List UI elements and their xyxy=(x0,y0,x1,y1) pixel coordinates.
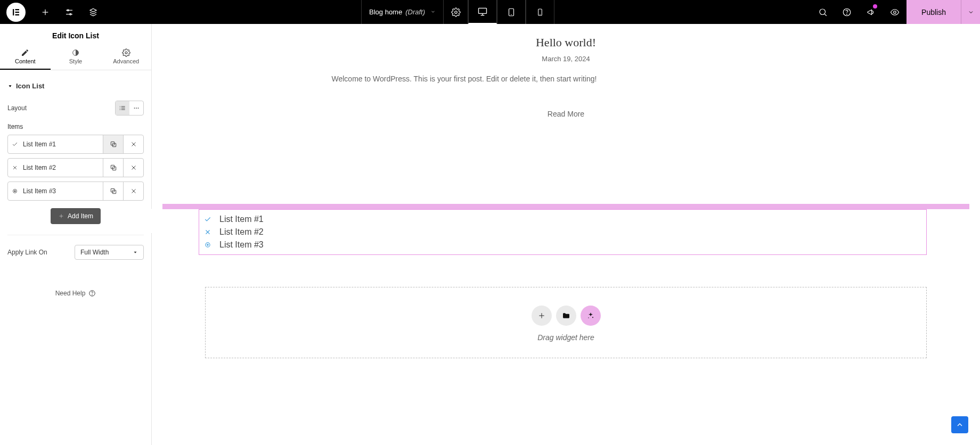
finder-search-button[interactable] xyxy=(811,0,835,24)
gear-icon xyxy=(101,48,151,57)
publish-options-dropdown[interactable] xyxy=(961,0,980,24)
svg-point-21 xyxy=(846,14,847,14)
dot-circle-icon xyxy=(8,188,22,194)
list-icon xyxy=(119,104,126,112)
tab-content[interactable]: Content xyxy=(0,45,51,70)
icon-list-widget[interactable]: List Item #1 List Item #2 List Item #3 xyxy=(199,209,927,255)
svg-point-33 xyxy=(136,108,137,109)
list-item-row[interactable]: List Item #3 xyxy=(7,182,144,201)
svg-rect-3 xyxy=(15,14,20,15)
layout-option-inline[interactable] xyxy=(129,101,143,115)
tab-advanced[interactable]: Advanced xyxy=(101,45,151,70)
structure-button[interactable] xyxy=(81,7,105,17)
svg-point-63 xyxy=(588,317,589,318)
section-header-label: Icon List xyxy=(16,82,44,90)
post-date: March 19, 2024 xyxy=(332,55,801,63)
preview-button[interactable] xyxy=(883,0,907,24)
add-section-button[interactable] xyxy=(532,306,552,326)
icon-list-item[interactable]: List Item #2 xyxy=(203,226,922,238)
post-title[interactable]: Hello world! xyxy=(332,36,801,50)
tablet-view[interactable] xyxy=(497,0,526,24)
desktop-view[interactable] xyxy=(468,0,497,24)
document-state: (Draft) xyxy=(405,8,425,16)
section-handle[interactable] xyxy=(162,204,969,209)
whats-new-button[interactable] xyxy=(859,0,883,24)
list-item-row[interactable]: List Item #1 xyxy=(7,135,144,154)
layout-toggle xyxy=(115,101,144,116)
svg-point-10 xyxy=(454,11,457,13)
add-item-button[interactable]: Add Item xyxy=(51,208,101,224)
document-title-dropdown[interactable]: Blog home (Draft) xyxy=(361,0,444,24)
list-item-label: List Item #3 xyxy=(22,187,103,195)
folder-icon xyxy=(562,311,570,320)
need-help-link[interactable]: Need Help xyxy=(7,290,144,297)
plus-icon xyxy=(58,213,64,219)
layout-label: Layout xyxy=(7,104,27,112)
chevron-down-icon xyxy=(430,8,436,16)
svg-marker-25 xyxy=(9,85,12,87)
publish-label: Publish xyxy=(921,8,946,17)
post-preview: Hello world! March 19, 2024 Welcome to W… xyxy=(332,36,801,119)
editor-canvas[interactable]: Hello world! March 19, 2024 Welcome to W… xyxy=(152,24,980,445)
remove-item-button[interactable] xyxy=(123,159,143,177)
sparkle-icon xyxy=(586,311,595,320)
ai-button[interactable] xyxy=(581,306,601,326)
caret-down-icon xyxy=(7,84,13,89)
empty-section-dropzone[interactable]: Drag widget here xyxy=(205,287,927,358)
svg-point-34 xyxy=(138,108,139,109)
svg-point-46 xyxy=(14,191,16,192)
add-template-button[interactable] xyxy=(556,306,576,326)
svg-point-59 xyxy=(207,244,209,246)
help-icon xyxy=(88,290,96,297)
tab-advanced-label: Advanced xyxy=(113,58,139,64)
post-excerpt: Welcome to WordPress. This is your first… xyxy=(332,75,801,83)
pencil-icon xyxy=(0,48,51,57)
duplicate-item-button[interactable] xyxy=(103,135,123,153)
svg-rect-1 xyxy=(15,9,20,10)
scroll-to-top-button[interactable] xyxy=(951,416,968,433)
add-element-button[interactable] xyxy=(33,7,57,17)
remove-item-button[interactable] xyxy=(123,135,143,153)
dot-circle-icon xyxy=(203,241,212,249)
duplicate-item-button[interactable] xyxy=(103,159,123,177)
svg-point-24 xyxy=(125,52,127,54)
icon-list-item[interactable]: List Item #1 xyxy=(203,213,922,226)
duplicate-item-button[interactable] xyxy=(103,182,123,200)
check-icon xyxy=(8,141,22,147)
svg-point-29 xyxy=(120,106,120,107)
caret-down-icon xyxy=(133,250,138,255)
svg-point-55 xyxy=(92,295,93,295)
svg-point-18 xyxy=(820,9,826,15)
svg-marker-53 xyxy=(134,252,137,253)
tab-style[interactable]: Style xyxy=(51,45,101,70)
list-item-label: List Item #1 xyxy=(22,141,103,148)
chevron-up-icon xyxy=(956,421,964,429)
site-settings-button[interactable] xyxy=(57,7,81,17)
topbar: Blog home (Draft) xyxy=(0,0,980,24)
help-button[interactable] xyxy=(835,0,859,24)
page-settings-button[interactable] xyxy=(444,0,468,24)
mobile-view[interactable] xyxy=(526,0,554,24)
icon-list-item-label: List Item #3 xyxy=(219,240,264,250)
elementor-logo[interactable] xyxy=(6,3,26,22)
dropzone-hint: Drag widget here xyxy=(206,333,926,342)
apply-link-value: Full Width xyxy=(80,249,109,256)
list-item-row[interactable]: List Item #2 xyxy=(7,158,144,177)
apply-link-select[interactable]: Full Width xyxy=(75,245,144,260)
svg-point-32 xyxy=(134,108,135,109)
close-icon xyxy=(8,164,22,171)
remove-item-button[interactable] xyxy=(123,182,143,200)
add-item-label: Add Item xyxy=(68,212,93,220)
plus-icon xyxy=(537,311,546,320)
layout-option-vertical[interactable] xyxy=(116,101,129,115)
close-icon xyxy=(203,228,212,236)
notification-dot-icon xyxy=(873,4,877,9)
publish-button[interactable]: Publish xyxy=(907,0,961,24)
svg-line-19 xyxy=(824,14,826,15)
icon-list-item-label: List Item #2 xyxy=(219,227,264,237)
read-more-link[interactable]: Read More xyxy=(548,110,584,118)
icon-list-item[interactable]: List Item #3 xyxy=(203,238,922,251)
document-name: Blog home xyxy=(369,8,402,16)
section-icon-list-toggle[interactable]: Icon List xyxy=(7,77,144,96)
svg-point-22 xyxy=(893,11,896,13)
